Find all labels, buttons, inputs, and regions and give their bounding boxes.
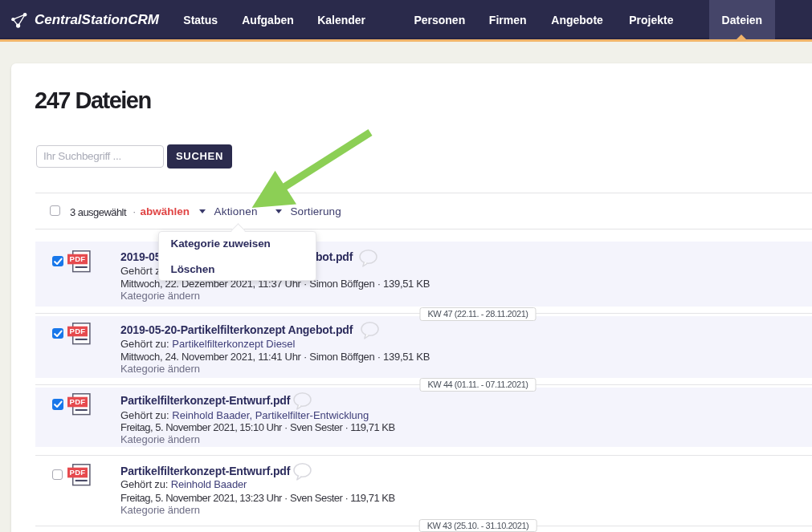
- svg-text:PDF: PDF: [69, 397, 85, 406]
- svg-text:PDF: PDF: [69, 254, 85, 263]
- svg-text:PDF: PDF: [69, 468, 85, 477]
- svg-text:PDF: PDF: [69, 327, 85, 335]
